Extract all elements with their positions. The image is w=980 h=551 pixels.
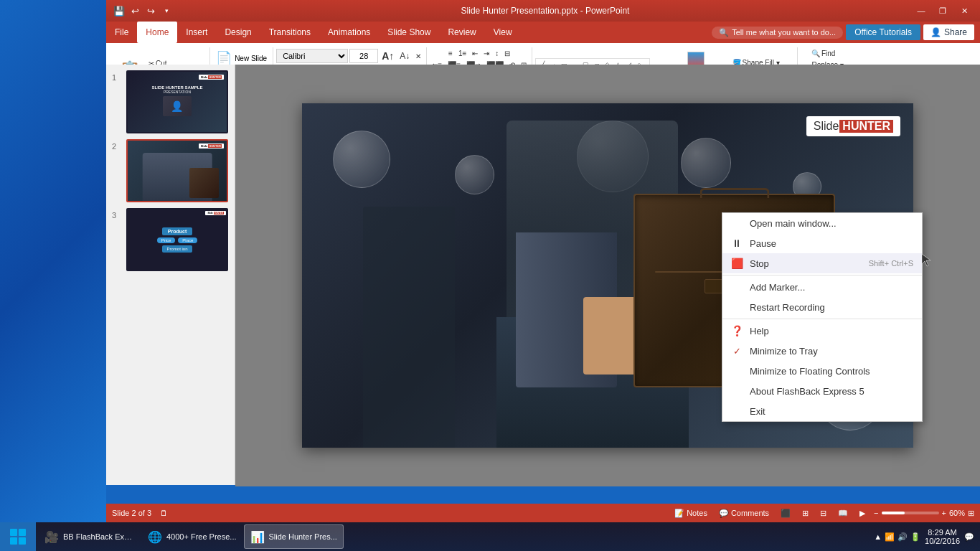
- quick-access-dropdown[interactable]: ▾: [159, 4, 174, 18]
- maximize-button[interactable]: ❐: [933, 4, 953, 18]
- logo-hunter-text: HUNTER: [839, 120, 893, 133]
- increase-indent-button[interactable]: ⇥: [481, 49, 491, 58]
- menu-transitions[interactable]: Transitions: [260, 22, 319, 43]
- find-icon: 🔍: [811, 50, 820, 57]
- ctx-about[interactable]: About FlashBack Express 5: [722, 381, 922, 401]
- start-button[interactable]: [0, 522, 36, 551]
- slide-2-content: Slide HUNTER: [128, 141, 227, 201]
- ctx-exit[interactable]: Exit: [722, 401, 922, 421]
- powerpoint-icon: 📊: [250, 529, 265, 544]
- quick-access-toolbar: 💾 ↩ ↪ ▾: [112, 4, 174, 18]
- menu-animations[interactable]: Animations: [319, 22, 379, 43]
- ctx-add-marker[interactable]: Add Marker...: [722, 275, 922, 297]
- normal-view-button[interactable]: ⬛: [778, 507, 793, 519]
- tray-arrow[interactable]: ▲: [874, 532, 882, 541]
- columns-button[interactable]: ⊟: [502, 49, 512, 58]
- action-center-button[interactable]: 💬: [964, 532, 974, 542]
- slide-thumbnail-1[interactable]: 1 SLIDE HUNTER SAMPLE PRESENTATION 👤 Sli…: [112, 70, 229, 133]
- taskbar: 🎥 BB FlashBack Expr... 🌐 4000+ Free Pres…: [0, 522, 980, 551]
- comments-button[interactable]: 💬 Comments: [716, 507, 772, 519]
- decrease-indent-button[interactable]: ⇤: [470, 49, 480, 58]
- notes-icon: 🗒: [160, 509, 168, 517]
- clock-date: 10/2/2016: [925, 537, 960, 545]
- taskbar-item-browser[interactable]: 🌐 4000+ Free Prese...: [142, 524, 242, 549]
- zoom-in-button[interactable]: +: [942, 509, 946, 517]
- office-tutorials-button[interactable]: Office Tutorials: [846, 24, 920, 40]
- tell-me-input[interactable]: 🔍 Tell me what you want to do...: [712, 27, 843, 39]
- fit-slide-button[interactable]: ⊞: [968, 509, 974, 518]
- taskbar-item-powerpoint[interactable]: 📊 Slide Hunter Pres...: [244, 524, 344, 549]
- find-button[interactable]: 🔍 Find: [809, 49, 837, 58]
- ctx-pause[interactable]: ⏸ Pause: [722, 233, 922, 253]
- taskbar-clock[interactable]: 8:29 AM 10/2/2016: [925, 528, 960, 545]
- check-icon: ✓: [731, 345, 743, 357]
- notes-button[interactable]: 📝 Notes: [672, 507, 710, 519]
- zoom-slider[interactable]: [882, 512, 939, 514]
- ctx-minimize-floating[interactable]: Minimize to Floating Controls: [722, 361, 922, 381]
- svg-marker-0: [922, 254, 930, 266]
- ctx-minimize-tray[interactable]: ✓ Minimize to Tray: [722, 341, 922, 361]
- line-spacing-button[interactable]: ↕: [493, 49, 501, 58]
- numbering-button[interactable]: 1≡: [456, 49, 468, 58]
- menu-design[interactable]: Design: [216, 22, 260, 43]
- ctx-help[interactable]: ❓ Help: [722, 319, 922, 341]
- clock-time: 8:29 AM: [925, 528, 960, 537]
- slide-logo: Slide HUNTER: [806, 116, 900, 136]
- ctx-restart[interactable]: Restart Recording: [722, 297, 922, 317]
- search-icon: 🔍: [719, 28, 729, 37]
- zoom-out-button[interactable]: −: [874, 509, 878, 517]
- svg-rect-2: [19, 529, 26, 536]
- slide-preview-1[interactable]: SLIDE HUNTER SAMPLE PRESENTATION 👤 Slide…: [126, 70, 228, 133]
- slide-sorter-button[interactable]: ⊟: [817, 507, 829, 519]
- window-controls: — ❐ ✕: [911, 4, 974, 18]
- taskbar-item-flashback[interactable]: 🎥 BB FlashBack Expr...: [39, 524, 141, 549]
- close-button[interactable]: ✕: [954, 4, 974, 18]
- window-title: Slide Hunter Presentation.pptx - PowerPo…: [179, 6, 911, 16]
- minimize-button[interactable]: —: [911, 4, 931, 18]
- share-button[interactable]: 👤 Share: [923, 24, 974, 40]
- menu-slideshow[interactable]: Slide Show: [379, 22, 439, 43]
- stop-icon: 🟥: [731, 258, 743, 269]
- context-menu: Open main window... ⏸ Pause 🟥 Stop Shift…: [722, 212, 923, 422]
- outline-view-button[interactable]: ⊞: [799, 507, 811, 519]
- menu-view[interactable]: View: [485, 22, 521, 43]
- redo-icon[interactable]: ↪: [143, 4, 158, 18]
- tell-me-label: Tell me what you want to do...: [732, 28, 836, 37]
- comments-icon: 💬: [719, 509, 729, 518]
- zoom-level: 60%: [949, 509, 965, 517]
- save-icon[interactable]: 💾: [112, 4, 126, 18]
- slideshow-button[interactable]: ▶: [857, 507, 868, 519]
- clear-format-button[interactable]: ✕: [413, 52, 423, 61]
- notes-icon-btn: 📝: [674, 509, 684, 518]
- exit-icon: [731, 405, 743, 417]
- desktop-background: [0, 0, 106, 522]
- menu-file[interactable]: File: [106, 22, 137, 43]
- slide-number-1: 1: [112, 73, 122, 82]
- tray-battery-icon: 🔋: [910, 532, 920, 542]
- menu-insert[interactable]: Insert: [177, 22, 216, 43]
- menu-review[interactable]: Review: [439, 22, 484, 43]
- slide-thumbnail-3[interactable]: 3 Product Price Place Promot ion Slide H…: [112, 208, 229, 271]
- taskbar-right: ▲ 📶 🔊 🔋 8:29 AM 10/2/2016 💬: [868, 528, 980, 545]
- title-bar: 💾 ↩ ↪ ▾ Slide Hunter Presentation.pptx -…: [106, 0, 980, 22]
- font-size-input[interactable]: [349, 49, 378, 63]
- slide-preview-3[interactable]: Product Price Place Promot ion Slide HUN…: [126, 208, 228, 271]
- svg-rect-3: [10, 537, 17, 545]
- status-bar: Slide 2 of 3 🗒 📝 Notes 💬 Comments ⬛ ⊞ ⊟ …: [106, 504, 980, 522]
- undo-icon[interactable]: ↩: [128, 4, 142, 18]
- ctx-stop[interactable]: 🟥 Stop Shift+ Ctrl+S: [722, 253, 922, 273]
- powerpoint-window: 💾 ↩ ↪ ▾ Slide Hunter Presentation.pptx -…: [106, 0, 980, 522]
- reading-view-button[interactable]: 📖: [835, 507, 851, 519]
- decrease-font-button[interactable]: A↓: [397, 50, 412, 62]
- increase-font-button[interactable]: A↑: [380, 50, 396, 62]
- slide-thumbnail-2[interactable]: 2 Slide HUNTER: [112, 139, 229, 202]
- menu-home[interactable]: Home: [137, 22, 177, 43]
- status-left: Slide 2 of 3 🗒: [112, 509, 168, 517]
- menu-right: 🔍 Tell me what you want to do... Office …: [712, 24, 980, 40]
- ctx-open-main[interactable]: Open main window...: [722, 213, 922, 233]
- pause-icon: ⏸: [731, 237, 743, 249]
- svg-rect-1: [10, 529, 17, 536]
- font-name-select[interactable]: Calibri: [276, 49, 348, 63]
- bullets-button[interactable]: ≡: [446, 49, 455, 58]
- slide-preview-2[interactable]: Slide HUNTER: [126, 139, 228, 202]
